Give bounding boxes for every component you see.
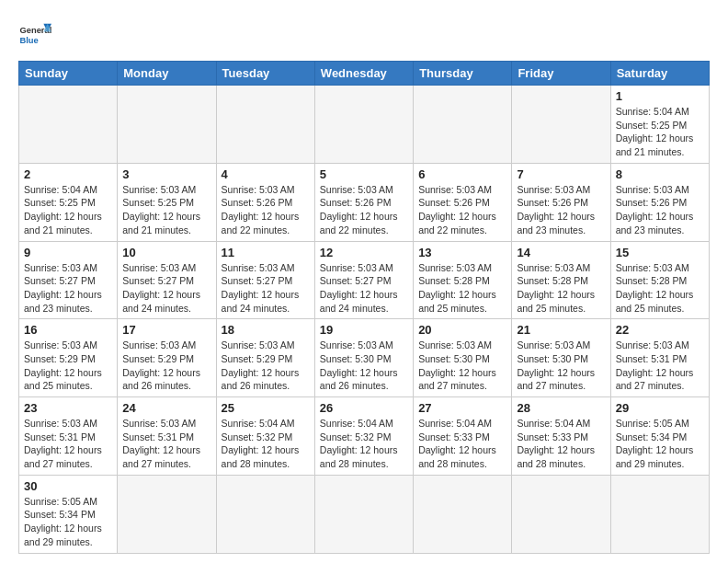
page-header: General Blue xyxy=(18,18,710,52)
day-number: 18 xyxy=(222,323,310,337)
day-number: 28 xyxy=(517,401,605,415)
day-number: 26 xyxy=(320,401,408,415)
day-number: 22 xyxy=(616,323,704,337)
day-number: 9 xyxy=(24,246,112,259)
day-info: Sunrise: 5:03 AM Sunset: 5:31 PM Dayligh… xyxy=(616,339,704,393)
calendar-cell: 19Sunrise: 5:03 AM Sunset: 5:30 PM Dayli… xyxy=(314,319,413,397)
calendar-cell: 20Sunrise: 5:03 AM Sunset: 5:30 PM Dayli… xyxy=(414,319,512,397)
calendar-cell: 24Sunrise: 5:03 AM Sunset: 5:31 PM Dayli… xyxy=(118,397,216,476)
day-number: 6 xyxy=(418,167,506,181)
calendar-cell: 12Sunrise: 5:03 AM Sunset: 5:27 PM Dayli… xyxy=(314,241,413,319)
day-info: Sunrise: 5:03 AM Sunset: 5:27 PM Dayligh… xyxy=(24,261,112,316)
day-number: 21 xyxy=(517,323,605,337)
day-number: 5 xyxy=(320,167,408,181)
day-header-wednesday: Wednesday xyxy=(314,62,413,86)
day-number: 25 xyxy=(222,401,310,415)
calendar-cell xyxy=(512,475,610,553)
calendar-cell: 4Sunrise: 5:03 AM Sunset: 5:26 PM Daylig… xyxy=(216,163,314,241)
day-info: Sunrise: 5:03 AM Sunset: 5:29 PM Dayligh… xyxy=(24,339,112,393)
day-number: 23 xyxy=(24,401,112,415)
svg-text:Blue: Blue xyxy=(19,36,38,45)
day-info: Sunrise: 5:03 AM Sunset: 5:26 PM Dayligh… xyxy=(418,183,506,237)
calendar-cell: 21Sunrise: 5:03 AM Sunset: 5:30 PM Dayli… xyxy=(512,319,610,397)
day-number: 7 xyxy=(517,167,605,181)
day-info: Sunrise: 5:03 AM Sunset: 5:26 PM Dayligh… xyxy=(320,183,408,237)
calendar-cell: 3Sunrise: 5:03 AM Sunset: 5:25 PM Daylig… xyxy=(118,163,216,241)
calendar-cell: 17Sunrise: 5:03 AM Sunset: 5:29 PM Dayli… xyxy=(118,319,216,397)
calendar-cell xyxy=(216,86,314,164)
day-number: 10 xyxy=(122,246,210,259)
day-number: 20 xyxy=(418,323,506,337)
day-header-tuesday: Tuesday xyxy=(216,62,314,86)
day-info: Sunrise: 5:05 AM Sunset: 5:34 PM Dayligh… xyxy=(24,495,112,549)
calendar-cell: 9Sunrise: 5:03 AM Sunset: 5:27 PM Daylig… xyxy=(19,241,118,319)
day-info: Sunrise: 5:03 AM Sunset: 5:27 PM Dayligh… xyxy=(222,261,310,316)
day-info: Sunrise: 5:03 AM Sunset: 5:31 PM Dayligh… xyxy=(122,417,210,471)
calendar-cell: 28Sunrise: 5:04 AM Sunset: 5:33 PM Dayli… xyxy=(512,397,610,476)
calendar-cell xyxy=(314,475,413,553)
day-info: Sunrise: 5:03 AM Sunset: 5:30 PM Dayligh… xyxy=(418,339,506,393)
calendar-cell: 16Sunrise: 5:03 AM Sunset: 5:29 PM Dayli… xyxy=(19,319,118,397)
day-info: Sunrise: 5:03 AM Sunset: 5:26 PM Dayligh… xyxy=(517,183,605,237)
day-number: 2 xyxy=(24,167,112,181)
calendar-cell: 6Sunrise: 5:03 AM Sunset: 5:26 PM Daylig… xyxy=(414,163,512,241)
calendar-cell: 10Sunrise: 5:03 AM Sunset: 5:27 PM Dayli… xyxy=(118,241,216,319)
day-info: Sunrise: 5:03 AM Sunset: 5:30 PM Dayligh… xyxy=(517,339,605,393)
calendar-cell xyxy=(414,86,512,164)
calendar-week-2: 2Sunrise: 5:04 AM Sunset: 5:25 PM Daylig… xyxy=(19,163,710,241)
calendar-cell: 8Sunrise: 5:03 AM Sunset: 5:26 PM Daylig… xyxy=(610,163,709,241)
logo: General Blue xyxy=(18,18,51,52)
day-info: Sunrise: 5:03 AM Sunset: 5:28 PM Dayligh… xyxy=(616,261,704,316)
calendar-cell: 29Sunrise: 5:05 AM Sunset: 5:34 PM Dayli… xyxy=(610,397,709,476)
calendar-cell xyxy=(414,475,512,553)
calendar-header-row: SundayMondayTuesdayWednesdayThursdayFrid… xyxy=(19,62,710,86)
calendar-cell: 7Sunrise: 5:03 AM Sunset: 5:26 PM Daylig… xyxy=(512,163,610,241)
calendar-cell: 14Sunrise: 5:03 AM Sunset: 5:28 PM Dayli… xyxy=(512,241,610,319)
calendar-cell: 30Sunrise: 5:05 AM Sunset: 5:34 PM Dayli… xyxy=(19,475,118,553)
day-info: Sunrise: 5:03 AM Sunset: 5:28 PM Dayligh… xyxy=(517,261,605,316)
calendar-cell xyxy=(216,475,314,553)
day-number: 11 xyxy=(222,246,310,259)
day-info: Sunrise: 5:03 AM Sunset: 5:28 PM Dayligh… xyxy=(418,261,506,316)
calendar-cell: 22Sunrise: 5:03 AM Sunset: 5:31 PM Dayli… xyxy=(610,319,709,397)
day-info: Sunrise: 5:03 AM Sunset: 5:26 PM Dayligh… xyxy=(616,183,704,237)
calendar-cell: 2Sunrise: 5:04 AM Sunset: 5:25 PM Daylig… xyxy=(19,163,118,241)
calendar-cell: 26Sunrise: 5:04 AM Sunset: 5:32 PM Dayli… xyxy=(314,397,413,476)
day-number: 30 xyxy=(24,479,112,493)
calendar-cell xyxy=(118,475,216,553)
day-number: 16 xyxy=(24,323,112,337)
day-number: 15 xyxy=(616,246,704,259)
calendar-cell: 23Sunrise: 5:03 AM Sunset: 5:31 PM Dayli… xyxy=(19,397,118,476)
calendar-week-4: 16Sunrise: 5:03 AM Sunset: 5:29 PM Dayli… xyxy=(19,319,710,397)
day-info: Sunrise: 5:04 AM Sunset: 5:33 PM Dayligh… xyxy=(517,417,605,471)
day-header-thursday: Thursday xyxy=(414,62,512,86)
day-header-sunday: Sunday xyxy=(19,62,118,86)
calendar: SundayMondayTuesdayWednesdayThursdayFrid… xyxy=(18,61,710,554)
day-info: Sunrise: 5:04 AM Sunset: 5:33 PM Dayligh… xyxy=(418,417,506,471)
day-number: 27 xyxy=(418,401,506,415)
calendar-cell: 13Sunrise: 5:03 AM Sunset: 5:28 PM Dayli… xyxy=(414,241,512,319)
calendar-cell: 1Sunrise: 5:04 AM Sunset: 5:25 PM Daylig… xyxy=(610,86,709,164)
day-number: 12 xyxy=(320,246,408,259)
calendar-cell xyxy=(314,86,413,164)
day-info: Sunrise: 5:03 AM Sunset: 5:29 PM Dayligh… xyxy=(122,339,210,393)
day-number: 29 xyxy=(616,401,704,415)
day-number: 3 xyxy=(122,167,210,181)
calendar-cell: 15Sunrise: 5:03 AM Sunset: 5:28 PM Dayli… xyxy=(610,241,709,319)
day-header-monday: Monday xyxy=(118,62,216,86)
day-number: 19 xyxy=(320,323,408,337)
day-info: Sunrise: 5:03 AM Sunset: 5:31 PM Dayligh… xyxy=(24,417,112,471)
day-info: Sunrise: 5:03 AM Sunset: 5:25 PM Dayligh… xyxy=(122,183,210,237)
day-info: Sunrise: 5:03 AM Sunset: 5:29 PM Dayligh… xyxy=(222,339,310,393)
day-info: Sunrise: 5:03 AM Sunset: 5:26 PM Dayligh… xyxy=(222,183,310,237)
day-header-friday: Friday xyxy=(512,62,610,86)
calendar-cell xyxy=(118,86,216,164)
day-number: 14 xyxy=(517,246,605,259)
day-header-saturday: Saturday xyxy=(610,62,709,86)
day-info: Sunrise: 5:03 AM Sunset: 5:27 PM Dayligh… xyxy=(320,261,408,316)
calendar-cell xyxy=(19,86,118,164)
calendar-cell: 27Sunrise: 5:04 AM Sunset: 5:33 PM Dayli… xyxy=(414,397,512,476)
day-number: 8 xyxy=(616,167,704,181)
calendar-week-5: 23Sunrise: 5:03 AM Sunset: 5:31 PM Dayli… xyxy=(19,397,710,476)
day-number: 24 xyxy=(122,401,210,415)
